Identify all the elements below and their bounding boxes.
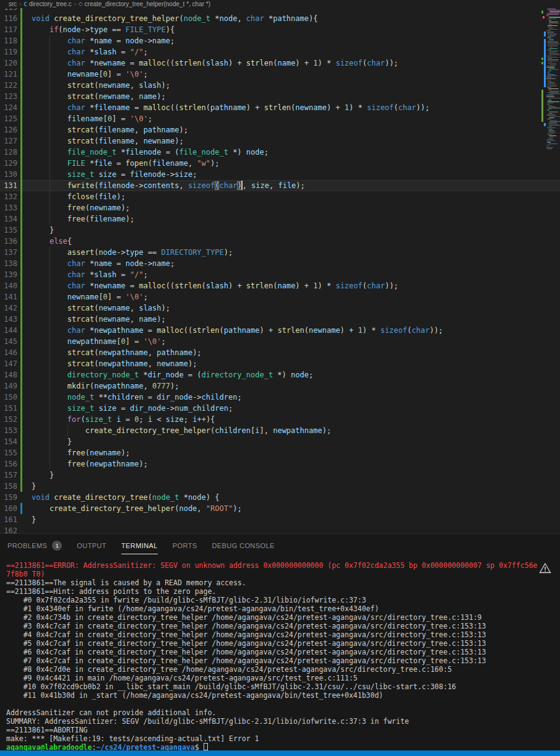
code-line[interactable]: 129 FILE *file = fopen(filename, "w"); xyxy=(0,158,560,169)
code-line[interactable]: 135 } xyxy=(0,225,560,236)
line-number[interactable]: 120 xyxy=(0,58,17,69)
panel-tab-ports[interactable]: PORTS xyxy=(173,534,197,557)
code-line[interactable]: 120 char *newname = malloc((strlen(slash… xyxy=(0,58,560,69)
code-line[interactable]: 139 char *slash = "/"; xyxy=(0,269,560,280)
line-number[interactable]: 155 xyxy=(0,447,17,458)
code-line[interactable]: 155 free(newname); xyxy=(0,447,560,458)
code-line[interactable]: 161} xyxy=(0,514,560,525)
line-number[interactable]: 115 xyxy=(0,8,17,13)
panel-tab-terminal[interactable]: TERMINAL xyxy=(121,534,158,557)
minimap[interactable] xyxy=(546,9,560,157)
line-number[interactable]: 140 xyxy=(0,280,17,291)
code-line[interactable]: 142 strcat(newname, slash); xyxy=(0,303,560,314)
code-line[interactable]: 143 strcat(newname, name); xyxy=(0,314,560,325)
code-line[interactable]: 134 free(filename); xyxy=(0,213,560,225)
code-line[interactable]: 159void create_directory_tree(node_t *no… xyxy=(0,492,560,503)
line-number[interactable]: 121 xyxy=(0,69,17,80)
line-number[interactable]: 125 xyxy=(0,113,17,124)
code-line[interactable]: 133 free(newname); xyxy=(0,202,560,213)
line-number[interactable]: 152 xyxy=(0,414,17,425)
line-number[interactable]: 135 xyxy=(0,225,17,236)
code-line[interactable]: 130 size_t size = filenode->size; xyxy=(0,169,560,180)
line-number[interactable]: 126 xyxy=(0,124,17,135)
code-line[interactable]: 122 strcat(newname, slash); xyxy=(0,80,560,91)
breadcrumb-item[interactable]: Cdirectory_tree.c xyxy=(24,1,71,7)
code-line[interactable]: 152 for(size_t i = 0; i < size; i++){ xyxy=(0,414,560,425)
code-line[interactable]: 116void create_directory_tree_helper(nod… xyxy=(0,13,560,24)
line-number[interactable]: 141 xyxy=(0,291,17,303)
code-line[interactable]: 149 mkdir(newpathname, 0777); xyxy=(0,380,560,392)
line-number[interactable]: 119 xyxy=(0,46,17,58)
code-line[interactable]: 140 char *newname = malloc((strlen(slash… xyxy=(0,280,560,291)
line-number[interactable]: 130 xyxy=(0,169,17,180)
code-line[interactable]: 137 assert(node->type == DIRECTORY_TYPE)… xyxy=(0,247,560,258)
code-line[interactable]: 131 fwrite(filenode->contents, sizeof(ch… xyxy=(0,180,560,191)
panel-tab-problems[interactable]: PROBLEMS1 xyxy=(7,534,62,557)
line-number[interactable]: 137 xyxy=(0,247,17,258)
line-number[interactable]: 148 xyxy=(0,369,17,380)
code-line[interactable]: 157 } xyxy=(0,470,560,481)
warning-triangle-icon[interactable] xyxy=(539,562,551,573)
line-number[interactable]: 144 xyxy=(0,325,17,336)
line-number[interactable]: 159 xyxy=(0,492,17,503)
terminal-output[interactable]: ==2113861==ERROR: AddressSanitizer: SEGV… xyxy=(6,561,560,751)
code-editor[interactable]: 115116void create_directory_tree_helper(… xyxy=(0,8,560,533)
code-line[interactable]: 154 } xyxy=(0,436,560,447)
code-line[interactable]: 153 create_directory_tree_helper(childre… xyxy=(0,425,560,436)
code-line[interactable]: 160 create_directory_tree_helper(node, "… xyxy=(0,503,560,514)
code-line[interactable]: 125 filename[0] = '\0'; xyxy=(0,113,560,124)
line-number[interactable]: 123 xyxy=(0,91,17,102)
panel-tab-debug-console[interactable]: DEBUG CONSOLE xyxy=(212,534,275,557)
code-line[interactable]: 138 char *name = node->name; xyxy=(0,258,560,269)
code-line[interactable]: 136 else{ xyxy=(0,236,560,247)
code-line[interactable]: 127 strcat(filename, newname); xyxy=(0,135,560,147)
code-line[interactable]: 124 char *filename = malloc((strlen(path… xyxy=(0,102,560,113)
code-line[interactable]: 162 xyxy=(0,525,560,533)
line-number[interactable]: 157 xyxy=(0,470,17,481)
line-number[interactable]: 118 xyxy=(0,35,17,46)
code-line[interactable]: 141 newname[0] = '\0'; xyxy=(0,291,560,303)
breadcrumb-item[interactable]: ◇create_directory_tree_helper(node_t *, … xyxy=(79,1,210,7)
line-number[interactable]: 156 xyxy=(0,458,17,470)
code-line[interactable]: 126 strcat(filename, pathname); xyxy=(0,124,560,135)
line-number[interactable]: 150 xyxy=(0,392,17,403)
line-number[interactable]: 161 xyxy=(0,514,17,525)
code-line[interactable]: 150 node_t **children = dir_node->childr… xyxy=(0,392,560,403)
code-line[interactable]: 156 free(newpathname); xyxy=(0,458,560,470)
panel-tab-output[interactable]: OUTPUT xyxy=(77,534,106,557)
line-number[interactable]: 133 xyxy=(0,202,17,213)
code-line[interactable]: 119 char *slash = "/"; xyxy=(0,46,560,58)
code-line[interactable]: 123 strcat(newname, name); xyxy=(0,91,560,102)
code-line[interactable]: 132 fclose(file); xyxy=(0,191,560,202)
code-line[interactable]: 128 file_node_t *filenode = (file_node_t… xyxy=(0,147,560,158)
line-number[interactable]: 117 xyxy=(0,24,17,35)
line-number[interactable]: 142 xyxy=(0,303,17,314)
code-line[interactable]: 145 newpathname[0] = '\0'; xyxy=(0,336,560,347)
code-line[interactable]: 115 xyxy=(0,8,560,13)
line-number[interactable]: 154 xyxy=(0,436,17,447)
line-number[interactable]: 128 xyxy=(0,147,17,158)
code-line[interactable]: 121 newname[0] = '\0'; xyxy=(0,69,560,80)
line-number[interactable]: 147 xyxy=(0,358,17,369)
line-number[interactable]: 127 xyxy=(0,135,17,147)
code-line[interactable]: 118 char *name = node->name; xyxy=(0,35,560,46)
line-number[interactable]: 129 xyxy=(0,158,17,169)
line-number[interactable]: 124 xyxy=(0,102,17,113)
line-number[interactable]: 134 xyxy=(0,213,17,225)
code-line[interactable]: 148 directory_node_t *dir_node = (direct… xyxy=(0,369,560,380)
line-number[interactable]: 139 xyxy=(0,269,17,280)
code-line[interactable]: 147 strcat(newpathname, newname); xyxy=(0,358,560,369)
line-number[interactable]: 146 xyxy=(0,347,17,358)
code-line[interactable]: 117 if(node->type == FILE_TYPE){ xyxy=(0,24,560,35)
code-line[interactable]: 158} xyxy=(0,481,560,492)
line-number[interactable]: 122 xyxy=(0,80,17,91)
line-number[interactable]: 160 xyxy=(0,503,17,514)
line-number[interactable]: 143 xyxy=(0,314,17,325)
breadcrumb-item[interactable]: src xyxy=(9,1,17,7)
code-line[interactable]: 151 size_t size = dir_node->num_children… xyxy=(0,403,560,414)
line-number[interactable]: 138 xyxy=(0,258,17,269)
line-number[interactable]: 151 xyxy=(0,403,17,414)
line-number[interactable]: 131 xyxy=(0,180,17,191)
line-number[interactable]: 158 xyxy=(0,481,17,492)
line-number[interactable]: 145 xyxy=(0,336,17,347)
